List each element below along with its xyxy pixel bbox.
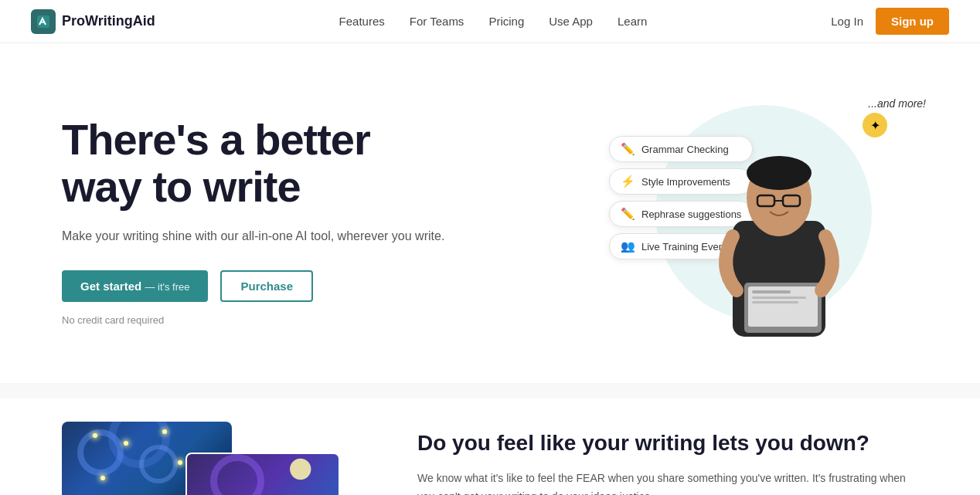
purchase-button[interactable]: Purchase <box>220 270 313 302</box>
navbar: ProWritingAid Features For Teams Pricing… <box>0 0 980 43</box>
svg-rect-10 <box>752 297 806 299</box>
nav-actions: Log In Sign up <box>831 8 949 35</box>
nav-use-app[interactable]: Use App <box>549 15 593 28</box>
get-started-button[interactable]: Get started — it's free <box>62 270 208 302</box>
second-illustration: My idea in my head <box>62 422 356 495</box>
nav-pricing[interactable]: Pricing <box>488 15 524 28</box>
nav-learn[interactable]: Learn <box>618 15 647 28</box>
second-section: My idea in my head Do you feel like your… <box>0 398 980 495</box>
style-icon: ⚡ <box>621 175 635 188</box>
second-title: Do you feel like your writing lets you d… <box>417 429 918 457</box>
login-button[interactable]: Log In <box>831 15 863 28</box>
logo-link[interactable]: ProWritingAid <box>31 9 155 34</box>
second-content: Do you feel like your writing lets you d… <box>417 422 918 495</box>
training-icon: 👥 <box>621 239 635 253</box>
grammar-icon: ✏️ <box>621 142 635 156</box>
person-svg <box>702 128 856 352</box>
hero-title: There's a better way to write <box>62 116 444 211</box>
hero-subtitle: Make your writing shine with our all-in-… <box>62 226 444 246</box>
painting-container: My idea in my head <box>62 422 340 495</box>
svg-point-3 <box>747 156 812 190</box>
logo-icon <box>31 9 56 34</box>
brand-name: ProWritingAid <box>62 13 155 29</box>
hero-buttons: Get started — it's free Purchase <box>62 270 444 302</box>
section-divider <box>0 383 980 398</box>
nav-features[interactable]: Features <box>339 15 385 28</box>
nav-for-teams[interactable]: For Teams <box>410 15 464 28</box>
second-body: We know what it's like to feel the FEAR … <box>417 470 918 495</box>
sparkle-icon: ✦ <box>863 113 887 137</box>
no-credit-text: No credit card required <box>62 314 444 326</box>
rephrase-icon: ✏️ <box>621 207 635 221</box>
svg-rect-11 <box>752 301 798 303</box>
nav-links: Features For Teams Pricing Use App Learn <box>339 15 648 29</box>
painting-overlay <box>185 453 340 495</box>
svg-point-13 <box>290 459 311 480</box>
svg-rect-9 <box>752 290 791 293</box>
hero-content: There's a better way to write Make your … <box>62 116 444 327</box>
hero-section: There's a better way to write Make your … <box>0 43 980 383</box>
and-more-text: ...and more! <box>868 97 926 110</box>
signup-button[interactable]: Sign up <box>876 8 949 35</box>
hero-illustration: ✏️ Grammar Checking ⚡ Style Improvements… <box>609 90 934 352</box>
